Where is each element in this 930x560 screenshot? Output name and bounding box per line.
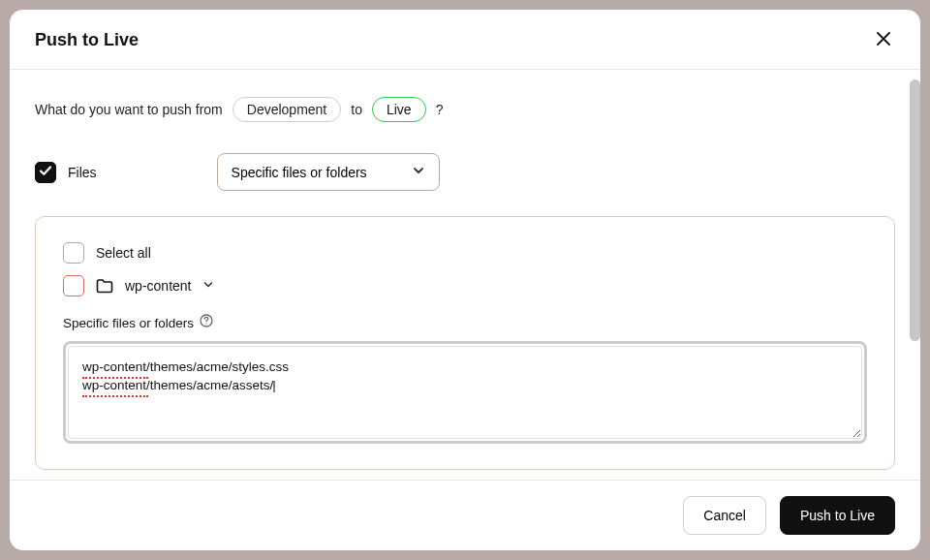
check-icon — [39, 164, 52, 181]
textarea-line: wp-content/themes/acme/styles.css — [82, 358, 289, 377]
spellcheck-underline — [82, 395, 148, 397]
text-cursor: | — [272, 378, 276, 392]
paths-textarea-wrap: wp-content/themes/acme/styles.csswp-cont… — [63, 341, 867, 444]
file-selection-panel: Select all wp-content Specific files or … — [35, 216, 895, 470]
chevron-down-icon — [412, 164, 425, 180]
prompt-mid: to — [351, 102, 362, 117]
files-row: Files Specific files or folders — [35, 153, 895, 191]
files-checkbox[interactable] — [35, 162, 56, 183]
cancel-button[interactable]: Cancel — [683, 496, 766, 535]
modal-header: Push to Live — [10, 10, 920, 69]
modal-body: What do you want to push from Developmen… — [10, 70, 920, 480]
push-to-live-button[interactable]: Push to Live — [780, 496, 895, 535]
help-icon[interactable] — [200, 314, 213, 331]
wp-content-label: wp-content — [125, 278, 191, 294]
expand-wp-content[interactable] — [202, 277, 214, 295]
paths-label: Specific files or folders — [63, 316, 194, 330]
paths-label-row: Specific files or folders — [63, 314, 867, 331]
prompt-suffix: ? — [436, 102, 444, 117]
push-to-live-modal: Push to Live What do you want to push fr… — [10, 10, 920, 550]
tree-root-row: wp-content — [63, 275, 867, 296]
files-label: Files — [68, 165, 97, 180]
target-env-pill: Live — [372, 97, 426, 122]
modal-title: Push to Live — [35, 30, 139, 50]
select-all-checkbox[interactable] — [63, 242, 84, 264]
chevron-down-icon — [202, 277, 214, 295]
select-value: Specific files or folders — [232, 165, 367, 180]
select-all-row: Select all — [63, 242, 867, 264]
folder-icon — [96, 278, 113, 294]
prompt-row: What do you want to push from Developmen… — [35, 97, 895, 122]
paths-textarea[interactable]: wp-content/themes/acme/styles.csswp-cont… — [68, 346, 862, 439]
modal-footer: Cancel Push to Live — [10, 480, 920, 550]
select-all-label: Select all — [96, 245, 151, 261]
source-env-pill: Development — [232, 97, 342, 122]
close-icon — [876, 31, 891, 49]
scrollbar-thumb[interactable] — [910, 79, 920, 341]
svg-point-3 — [205, 324, 206, 325]
close-button[interactable] — [872, 27, 895, 53]
textarea-line: wp-content/themes/acme/assets/| — [82, 377, 276, 395]
files-checkbox-wrapper: Files — [35, 162, 97, 183]
files-scope-select[interactable]: Specific files or folders — [217, 153, 440, 191]
wp-content-checkbox[interactable] — [63, 275, 84, 296]
prompt-prefix: What do you want to push from — [35, 102, 223, 117]
